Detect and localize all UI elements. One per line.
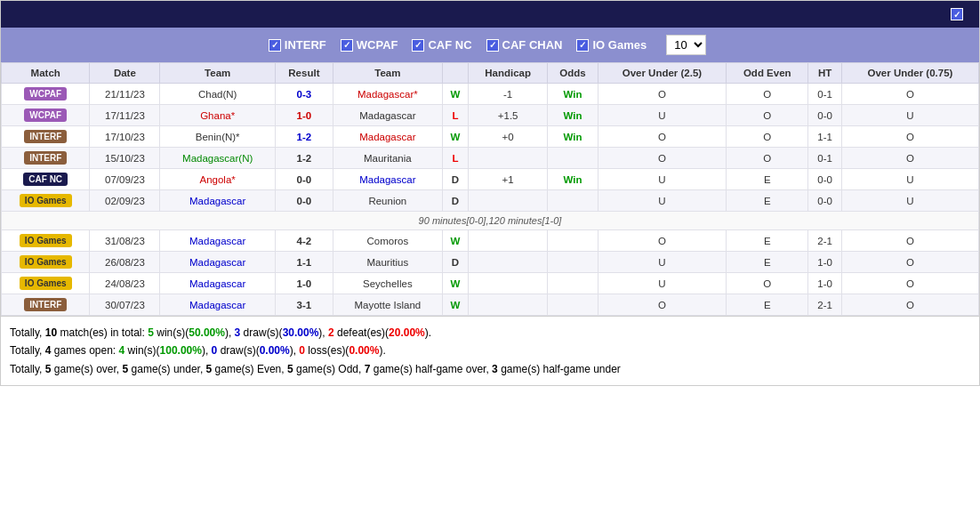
match-badge: INTERF <box>2 148 90 169</box>
filter-cafchan[interactable]: ✓ CAF CHAN <box>486 38 563 52</box>
team1-name[interactable]: Madagascar <box>160 273 276 294</box>
games-select[interactable]: 10 20 30 <box>666 35 706 55</box>
iogames-checkbox[interactable]: ✓ <box>576 39 589 52</box>
ht-value: 1-0 <box>808 273 842 294</box>
ht-value: 2-1 <box>808 230 842 252</box>
match-result: 3-1 <box>275 294 333 316</box>
wld-result: W <box>442 273 468 294</box>
handicap-value <box>469 190 548 212</box>
match-date: 31/08/23 <box>90 230 160 252</box>
ou25-value: U <box>598 252 727 273</box>
team2-name[interactable]: Mauritius <box>333 252 442 273</box>
oe-value: E <box>727 252 808 273</box>
team1-name[interactable]: Angola* <box>160 169 276 190</box>
match-date: 02/09/23 <box>90 190 160 212</box>
filter-cafnc[interactable]: ✓ CAF NC <box>412 38 471 52</box>
match-badge: INTERF <box>2 126 90 148</box>
ou075-value: U <box>841 169 978 190</box>
wcpaf-checkbox[interactable]: ✓ <box>341 39 353 52</box>
team2-name[interactable]: Madagascar <box>333 105 442 126</box>
match-result: 1-0 <box>275 105 333 126</box>
oe-value: O <box>727 126 808 148</box>
team2-name[interactable]: Seychelles <box>333 273 442 294</box>
wld-result: L <box>442 105 468 126</box>
ht-value: 0-0 <box>808 190 842 212</box>
oe-value: E <box>727 294 808 316</box>
wld-result: W <box>442 84 468 105</box>
handicap-value <box>469 252 548 273</box>
team1-name[interactable]: Madagascar <box>160 190 276 212</box>
oe-value: O <box>727 84 808 105</box>
main-container: ✓ ✓ INTERF ✓ WCPAF ✓ CAF NC ✓ CAF CHAN ✓… <box>0 0 980 386</box>
team2-name[interactable]: Mauritania <box>333 148 442 169</box>
wld-result: W <box>442 294 468 316</box>
team1-name[interactable]: Madagascar(N) <box>160 148 276 169</box>
team2-name[interactable]: Reunion <box>333 190 442 212</box>
team1-name[interactable]: Ghana* <box>160 105 276 126</box>
odds-value <box>548 273 598 294</box>
match-result: 0-3 <box>275 84 333 105</box>
summary-section: Totally, 10 match(es) in total: 5 win(s)… <box>1 316 979 385</box>
match-date: 26/08/23 <box>90 252 160 273</box>
ou075-value: O <box>841 294 978 316</box>
odds-value <box>548 190 598 212</box>
team1-name[interactable]: Madagascar <box>160 294 276 316</box>
cafchan-checkbox[interactable]: ✓ <box>486 39 499 52</box>
cafnc-checkbox[interactable]: ✓ <box>412 39 424 52</box>
team1-name[interactable]: Chad(N) <box>160 84 276 105</box>
display-notes-checkbox[interactable]: ✓ <box>951 8 963 20</box>
match-badge: IO Games <box>2 190 90 212</box>
ou25-value: O <box>598 84 727 105</box>
team2-name[interactable]: Comoros <box>333 230 442 252</box>
odds-value <box>548 294 598 316</box>
cafchan-label: CAF CHAN <box>502 38 563 52</box>
interf-label: INTERF <box>285 38 326 52</box>
table-row: CAF NC07/09/23Angola*0-0MadagascarD+1Win… <box>2 169 979 190</box>
team1-name[interactable]: Benin(N)* <box>160 126 276 148</box>
match-result: 0-0 <box>275 190 333 212</box>
match-badge: IO Games <box>2 273 90 294</box>
ou25-value: U <box>598 190 727 212</box>
odds-value <box>548 148 598 169</box>
ht-value: 0-0 <box>808 105 842 126</box>
summary-line1: Totally, 10 match(es) in total: 5 win(s)… <box>10 324 970 342</box>
match-date: 21/11/23 <box>90 84 160 105</box>
filter-iogames[interactable]: ✓ IO Games <box>576 38 647 52</box>
ou075-value: O <box>841 126 978 148</box>
team1-name[interactable]: Madagascar <box>160 252 276 273</box>
handicap-value <box>469 273 548 294</box>
header-bar: ✓ <box>1 1 979 28</box>
team2-name[interactable]: Madagascar <box>333 126 442 148</box>
cafnc-label: CAF NC <box>428 38 471 52</box>
match-badge: INTERF <box>2 294 90 316</box>
display-notes-control[interactable]: ✓ <box>951 8 968 20</box>
col-date: Date <box>90 63 160 84</box>
match-badge: IO Games <box>2 230 90 252</box>
wld-result: D <box>442 252 468 273</box>
match-result: 4-2 <box>275 230 333 252</box>
handicap-value: +1 <box>469 169 548 190</box>
wld-result: W <box>442 126 468 148</box>
match-badge: WCPAF <box>2 105 90 126</box>
team2-name[interactable]: Madagascar* <box>333 84 442 105</box>
ou075-value: O <box>841 230 978 252</box>
match-date: 17/10/23 <box>90 126 160 148</box>
team1-name[interactable]: Madagascar <box>160 230 276 252</box>
oe-value: O <box>727 105 808 126</box>
ou25-value: U <box>598 169 727 190</box>
ou25-value: U <box>598 273 727 294</box>
handicap-value: +0 <box>469 126 548 148</box>
ou25-value: U <box>598 105 727 126</box>
table-row: IO Games26/08/23Madagascar1-1MauritiusDU… <box>2 252 979 273</box>
filter-wcpaf[interactable]: ✓ WCPAF <box>341 38 398 52</box>
ou075-value: O <box>841 252 978 273</box>
note-text: 90 minutes[0-0],120 minutes[1-0] <box>2 212 979 230</box>
handicap-value <box>469 294 548 316</box>
team2-name[interactable]: Madagascar <box>333 169 442 190</box>
filter-interf[interactable]: ✓ INTERF <box>269 38 326 52</box>
ht-value: 2-1 <box>808 294 842 316</box>
interf-checkbox[interactable]: ✓ <box>269 39 281 52</box>
table-header-row: Match Date Team Result Team Handicap Odd… <box>2 63 979 84</box>
match-date: 07/09/23 <box>90 169 160 190</box>
team2-name[interactable]: Mayotte Island <box>333 294 442 316</box>
